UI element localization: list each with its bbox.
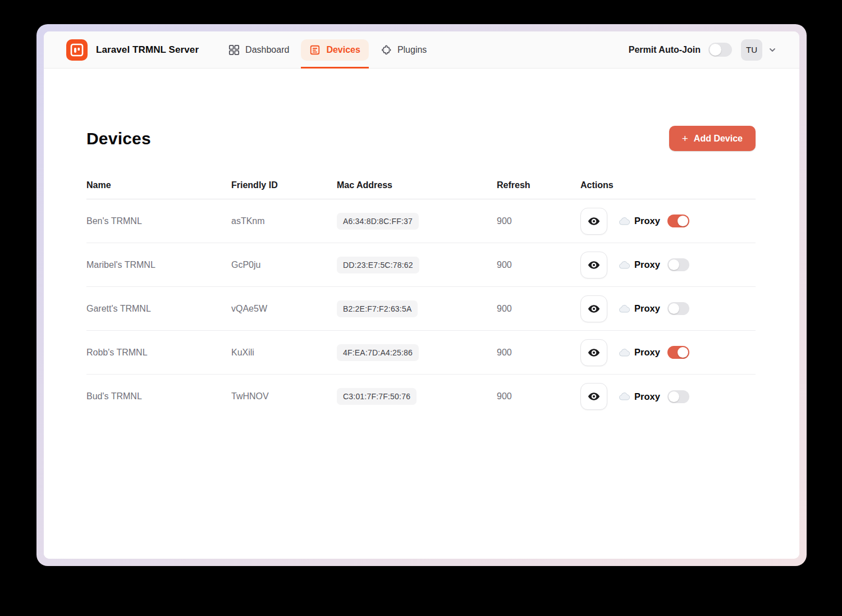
- view-device-button[interactable]: [580, 295, 607, 322]
- proxy-control: Proxy: [619, 215, 689, 227]
- mac-address-badge: A6:34:8D:8C:FF:37: [337, 213, 419, 230]
- device-refresh: 900: [497, 391, 580, 401]
- add-device-label: Add Device: [694, 134, 743, 144]
- device-friendly-id: GcP0ju: [231, 260, 337, 270]
- proxy-label: Proxy: [634, 259, 660, 270]
- row-actions: Proxy: [580, 339, 756, 366]
- table-row: Ben's TRMNL asTKnm A6:34:8D:8C:FF:37 900: [86, 199, 756, 243]
- proxy-label: Proxy: [634, 391, 660, 402]
- device-name: Maribel's TRMNL: [86, 260, 231, 270]
- view-device-button[interactable]: [580, 208, 607, 235]
- page-title: Devices: [86, 129, 151, 148]
- proxy-label: Proxy: [634, 303, 660, 314]
- grid-icon: [228, 44, 240, 56]
- device-refresh: 900: [497, 348, 580, 358]
- proxy-toggle[interactable]: [667, 258, 689, 271]
- proxy-control: Proxy: [619, 302, 689, 315]
- mac-address-badge: DD:23:E7:5C:78:62: [337, 257, 419, 273]
- table-row: Maribel's TRMNL GcP0ju DD:23:E7:5C:78:62…: [86, 243, 756, 287]
- table-body: Ben's TRMNL asTKnm A6:34:8D:8C:FF:37 900: [86, 199, 756, 418]
- page-content: Devices + Add Device Name Friendly ID Ma…: [44, 69, 799, 559]
- proxy-control: Proxy: [619, 390, 689, 403]
- chevron-down-icon[interactable]: [768, 45, 777, 54]
- proxy-label: Proxy: [634, 347, 660, 358]
- header-name: Name: [86, 180, 231, 190]
- view-device-button[interactable]: [580, 383, 607, 410]
- device-name: Ben's TRMNL: [86, 216, 231, 226]
- row-actions: Proxy: [580, 252, 756, 279]
- cloud-icon: [619, 217, 630, 225]
- devices-table: Name Friendly ID Mac Address Refresh Act…: [86, 171, 756, 418]
- navbar-right: Permit Auto-Join TU: [629, 39, 777, 61]
- device-name: Robb's TRMNL: [86, 348, 231, 358]
- device-name: Bud's TRMNL: [86, 391, 231, 401]
- add-device-button[interactable]: + Add Device: [669, 126, 756, 151]
- tab-plugins-label: Plugins: [397, 45, 427, 55]
- device-name: Garett's TRMNL: [86, 304, 231, 314]
- cloud-icon: [619, 393, 630, 400]
- app-window: Laravel TRMNL Server Dashboard: [44, 31, 799, 559]
- header-friendly-id: Friendly ID: [231, 180, 337, 190]
- proxy-control: Proxy: [619, 346, 689, 359]
- cloud-icon: [619, 305, 630, 313]
- page-header: Devices + Add Device: [86, 126, 756, 151]
- eye-icon: [587, 390, 601, 403]
- tab-devices[interactable]: Devices: [301, 31, 369, 68]
- device-refresh: 900: [497, 216, 580, 226]
- tab-dashboard-label: Dashboard: [245, 45, 289, 55]
- window-frame: Laravel TRMNL Server Dashboard: [36, 24, 807, 566]
- plus-icon: +: [682, 133, 688, 144]
- eye-icon: [587, 258, 601, 272]
- table-row: Garett's TRMNL vQAe5W B2:2E:F7:F2:63:5A …: [86, 287, 756, 331]
- mac-address-badge: 4F:EA:7D:A4:25:86: [337, 344, 419, 361]
- eye-icon: [587, 346, 601, 359]
- mac-address-badge: C3:01:7F:7F:50:76: [337, 388, 417, 405]
- eye-icon: [587, 302, 601, 316]
- table-row: Robb's TRMNL KuXili 4F:EA:7D:A4:25:86 90…: [86, 331, 756, 375]
- user-avatar[interactable]: TU: [741, 39, 762, 61]
- header-mac-address: Mac Address: [337, 180, 497, 190]
- tab-dashboard[interactable]: Dashboard: [220, 31, 298, 68]
- navbar: Laravel TRMNL Server Dashboard: [44, 31, 799, 69]
- device-refresh: 900: [497, 260, 580, 270]
- cloud-icon: [619, 349, 630, 357]
- puzzle-icon: [381, 44, 392, 56]
- app-logo: [66, 39, 88, 61]
- row-actions: Proxy: [580, 208, 756, 235]
- header-refresh: Refresh: [497, 180, 580, 190]
- cloud-icon: [619, 261, 630, 269]
- device-refresh: 900: [497, 304, 580, 314]
- view-device-button[interactable]: [580, 252, 607, 279]
- nav-tabs: Dashboard Devices: [220, 31, 435, 68]
- permit-auto-join-toggle[interactable]: [708, 43, 732, 57]
- view-device-button[interactable]: [580, 339, 607, 366]
- proxy-toggle[interactable]: [667, 302, 689, 315]
- device-friendly-id: TwHNOV: [231, 391, 337, 401]
- proxy-toggle[interactable]: [667, 346, 689, 359]
- device-friendly-id: KuXili: [231, 348, 337, 358]
- table-row: Bud's TRMNL TwHNOV C3:01:7F:7F:50:76 900: [86, 375, 756, 418]
- header-actions: Actions: [580, 180, 756, 190]
- table-header-row: Name Friendly ID Mac Address Refresh Act…: [86, 171, 756, 199]
- row-actions: Proxy: [580, 383, 756, 410]
- trmnl-logo-icon: [70, 43, 84, 57]
- tab-devices-label: Devices: [326, 45, 360, 55]
- permit-auto-join-label: Permit Auto-Join: [629, 45, 701, 55]
- proxy-control: Proxy: [619, 258, 689, 271]
- app-title: Laravel TRMNL Server: [96, 44, 199, 56]
- device-friendly-id: asTKnm: [231, 216, 337, 226]
- proxy-toggle[interactable]: [667, 390, 689, 403]
- mac-address-badge: B2:2E:F7:F2:63:5A: [337, 300, 418, 317]
- device-friendly-id: vQAe5W: [231, 304, 337, 314]
- proxy-label: Proxy: [634, 216, 660, 226]
- device-list-icon: [309, 44, 321, 56]
- proxy-toggle[interactable]: [667, 215, 689, 227]
- tab-plugins[interactable]: Plugins: [372, 31, 435, 68]
- row-actions: Proxy: [580, 295, 756, 322]
- eye-icon: [587, 215, 601, 228]
